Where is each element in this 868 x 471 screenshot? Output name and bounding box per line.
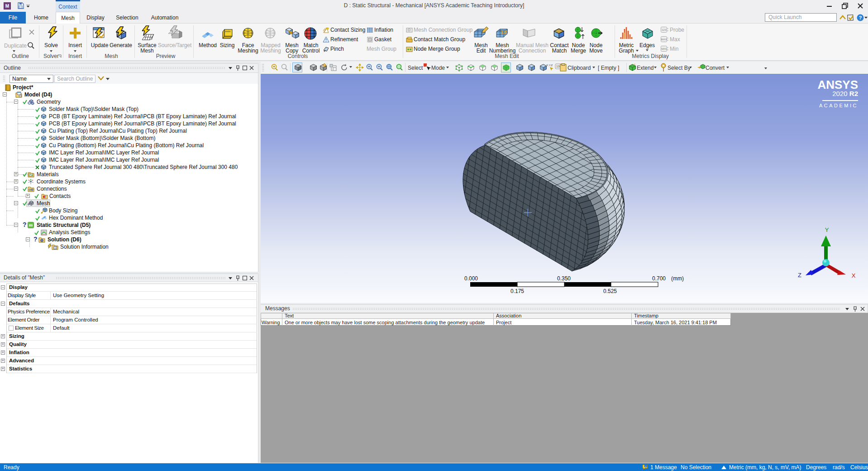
svg-text:Z: Z: [798, 272, 801, 279]
svg-text:MAX: MAX: [661, 38, 667, 41]
svg-text:X: X: [852, 272, 856, 279]
svg-text:Y: Y: [825, 226, 829, 233]
svg-text:?: ?: [859, 15, 862, 20]
svg-text:123: 123: [662, 29, 667, 31]
svg-text:MIN: MIN: [662, 48, 667, 50]
svg-text:i: i: [645, 465, 646, 468]
svg-text:X.Y.Z: X.Y.Z: [546, 64, 553, 67]
